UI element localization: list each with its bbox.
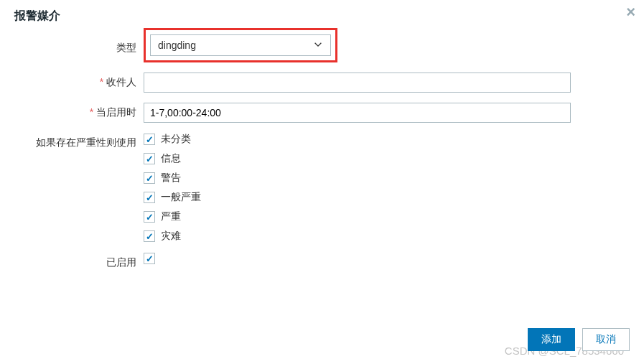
recipient-input[interactable]: [144, 73, 571, 93]
severity-item-unclassified: 未分类: [144, 133, 574, 146]
severity-item-info: 信息: [144, 152, 574, 165]
severity-item-disaster: 灾难: [144, 230, 574, 243]
label-recipient: 收件人: [14, 73, 144, 89]
severity-label: 灾难: [161, 230, 181, 243]
label-severity: 如果存在严重性则使用: [14, 133, 144, 149]
add-button[interactable]: 添加: [528, 328, 575, 351]
close-icon[interactable]: ×: [626, 3, 635, 22]
type-select-value: dingding: [158, 39, 196, 51]
severity-label: 未分类: [161, 133, 191, 146]
severity-checkbox-warning[interactable]: [144, 172, 155, 184]
severity-label: 警告: [161, 172, 181, 185]
enabled-checkbox[interactable]: [144, 253, 155, 264]
severity-checkbox-high[interactable]: [144, 211, 155, 223]
severity-item-warning: 警告: [144, 172, 574, 185]
severity-item-average: 一般严重: [144, 191, 574, 204]
severity-label: 严重: [161, 210, 181, 223]
severity-checkbox-disaster[interactable]: [144, 230, 155, 242]
label-when-active: 当启用时: [14, 103, 144, 119]
cancel-button[interactable]: 取消: [582, 328, 630, 351]
severity-item-high: 严重: [144, 210, 574, 223]
severity-checkbox-info[interactable]: [144, 153, 155, 164]
modal-title: 报警媒介: [14, 9, 630, 24]
when-active-input[interactable]: [144, 103, 571, 123]
severity-label: 一般严重: [161, 191, 201, 204]
chevron-down-icon: [313, 39, 323, 52]
label-type: 类型: [14, 38, 144, 55]
label-enabled: 已启用: [14, 253, 144, 269]
type-select-highlight: dingding: [144, 28, 337, 62]
type-select[interactable]: dingding: [150, 34, 331, 56]
severity-checkbox-average[interactable]: [144, 192, 155, 203]
footer-actions: 添加 取消: [528, 328, 630, 351]
severity-checkbox-unclassified[interactable]: [144, 134, 155, 145]
severity-label: 信息: [161, 152, 181, 165]
severity-checkbox-list: 未分类 信息 警告 一般严重 严重 灾难: [144, 133, 574, 243]
